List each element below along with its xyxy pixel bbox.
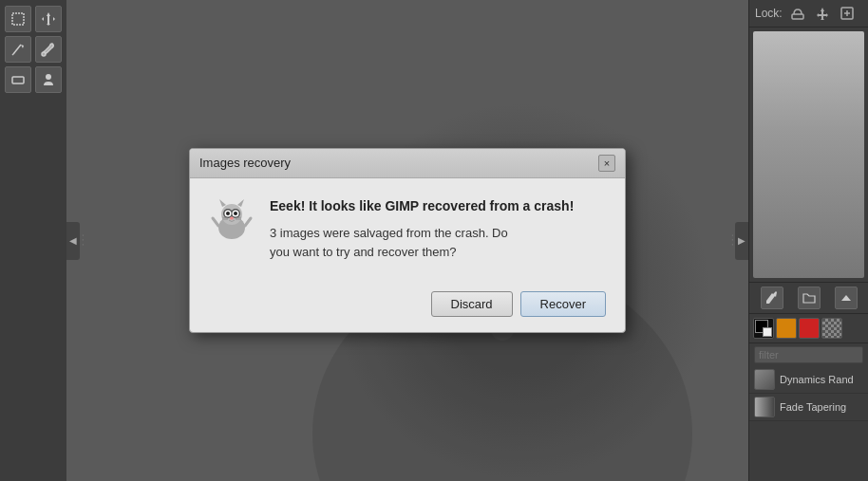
toolbox (0, 0, 66, 481)
expand-panel-button[interactable] (835, 287, 858, 309)
filter-row (749, 342, 868, 366)
discard-button[interactable]: Discard (431, 291, 513, 317)
open-folder-button[interactable] (798, 287, 821, 309)
pattern-swatch[interactable] (821, 318, 842, 339)
dynamics-fade-thumb (754, 397, 775, 417)
black-swatch[interactable] (753, 318, 774, 339)
tool-row-3 (5, 66, 62, 93)
panel-bottom-buttons (749, 282, 868, 313)
dialog-titlebar: Images recovery × (190, 149, 625, 178)
svg-line-2 (13, 45, 21, 54)
dynamics-item-rand[interactable]: Dynamics Rand (749, 366, 868, 394)
move-tool[interactable] (35, 6, 62, 32)
tool-row-1 (5, 6, 62, 32)
paintbrush-tool[interactable] (35, 36, 62, 63)
right-dots: ··· (729, 233, 735, 247)
rect-select-tool[interactable] (5, 6, 31, 32)
add-to-image-button[interactable] (761, 287, 783, 309)
orange-swatch[interactable] (776, 318, 797, 339)
dialog-footer: Discard Recover (190, 280, 625, 332)
svg-marker-18 (237, 199, 244, 207)
svg-marker-33 (817, 8, 828, 20)
filter-input[interactable] (754, 346, 863, 363)
lock-label: Lock: (755, 7, 783, 20)
gradient-preview-area (753, 31, 864, 278)
dialog-body-text: 3 images were salvaged from the crash. D… (270, 224, 606, 261)
images-recovery-dialog: Images recovery × (189, 148, 626, 333)
dynamics-list: Dynamics Rand Fade Tapering (749, 366, 868, 481)
right-panel: Lock: (748, 0, 868, 481)
dialog-heading: Eeek! It looks like GIMP recovered from … (270, 197, 606, 214)
eraser-tool[interactable] (5, 66, 31, 93)
svg-point-24 (234, 212, 237, 215)
dynamics-fade-label: Fade Tapering (780, 401, 846, 413)
svg-line-30 (213, 218, 218, 226)
dialog-close-button[interactable]: × (598, 155, 615, 172)
svg-line-31 (245, 218, 251, 226)
main-canvas-area: ◀ ··· ▶ ··· Images recovery × (66, 0, 748, 481)
svg-marker-3 (21, 45, 24, 48)
recover-button[interactable]: Recover (520, 291, 606, 317)
dialog-content: Eeek! It looks like GIMP recovered from … (270, 197, 606, 261)
lock-all-icon[interactable] (838, 4, 857, 23)
lock-position-icon[interactable] (813, 4, 832, 23)
svg-point-25 (230, 216, 234, 219)
svg-rect-32 (792, 14, 803, 19)
dialog-title: Images recovery (199, 156, 291, 170)
gimp-wilber-icon (209, 197, 255, 243)
clone-tool[interactable] (35, 66, 62, 93)
tool-row-2 (5, 36, 62, 63)
color-swatches-bar (749, 313, 868, 342)
dynamics-rand-thumb (754, 369, 775, 390)
svg-marker-37 (841, 295, 851, 301)
dynamics-rand-label: Dynamics Rand (780, 374, 854, 385)
svg-point-5 (42, 52, 46, 56)
red-swatch[interactable] (799, 318, 820, 339)
svg-marker-17 (219, 199, 226, 207)
svg-line-4 (12, 54, 13, 55)
lock-paint-icon[interactable] (788, 4, 807, 23)
svg-marker-1 (42, 12, 55, 26)
svg-point-7 (46, 74, 51, 80)
svg-rect-6 (12, 77, 24, 83)
svg-rect-0 (12, 13, 24, 25)
dialog-body: Eeek! It looks like GIMP recovered from … (190, 178, 625, 280)
pencil-tool[interactable] (5, 36, 31, 63)
left-dots: ··· (80, 233, 85, 247)
svg-point-23 (226, 212, 230, 215)
dynamics-item-fade[interactable]: Fade Tapering (749, 394, 868, 421)
lock-bar: Lock: (749, 0, 868, 28)
